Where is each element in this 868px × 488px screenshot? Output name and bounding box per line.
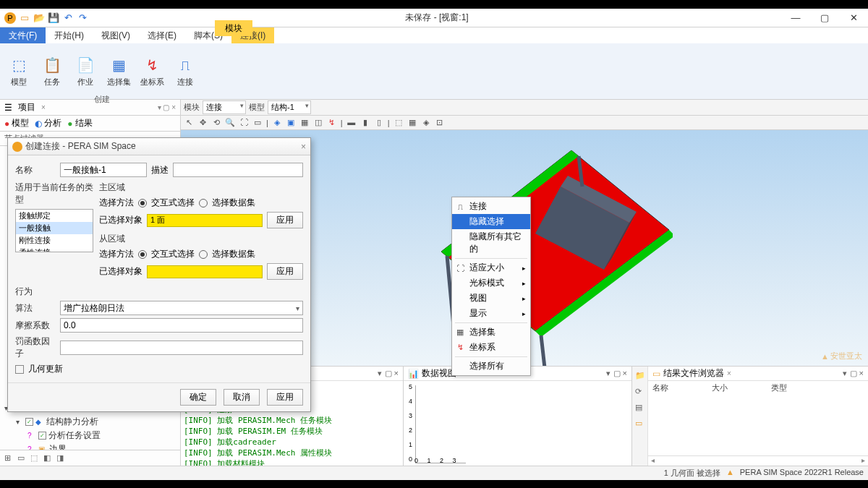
job-icon: 📄 — [75, 55, 95, 75]
vt-sel2-icon[interactable]: ▦ — [407, 118, 417, 128]
dialog-close-icon[interactable]: × — [301, 142, 306, 152]
vt-axis-icon[interactable]: ↯ — [327, 118, 337, 128]
ctx-fit[interactable]: ⛶适应大小 — [452, 260, 530, 275]
project-tab-close-icon[interactable]: × — [41, 103, 46, 111]
vt-sel1-icon[interactable]: ⬚ — [393, 118, 404, 128]
ctx-select-all[interactable]: 选择所有 — [452, 359, 530, 374]
minimize-button[interactable]: — — [781, 9, 810, 27]
vt-pan-icon[interactable]: ✥ — [197, 118, 208, 128]
coord-icon: ↯ — [142, 55, 162, 75]
module-combo[interactable]: 连接 — [203, 100, 246, 114]
algo-combo[interactable]: 增广拉格朗日法 — [60, 301, 303, 315]
ctx-fit-icon: ⛶ — [455, 264, 465, 273]
vt-front-icon[interactable]: ▣ — [286, 118, 296, 128]
tf-icon-1[interactable]: ⊞ — [4, 453, 14, 463]
vt-side-icon[interactable]: ◫ — [313, 118, 323, 128]
vt-fit-icon[interactable]: ⛶ — [239, 118, 249, 128]
subtab-model[interactable]: ●模型 — [4, 117, 29, 129]
vt-hidden-icon[interactable]: ▯ — [374, 118, 384, 128]
close-button[interactable]: ✕ — [839, 9, 868, 27]
vt-shade-icon[interactable]: ▮ — [360, 118, 370, 128]
ctx-display[interactable]: 显示 — [452, 306, 530, 321]
desc-input[interactable] — [173, 163, 303, 177]
dialog-logo-icon — [12, 142, 22, 152]
vt-top-icon[interactable]: ▦ — [299, 118, 310, 128]
rb-icon-1[interactable]: 📁 — [635, 371, 645, 381]
ctx-coord[interactable]: ↯坐标系 — [452, 340, 530, 355]
tf-icon-4[interactable]: ◧ — [43, 453, 54, 463]
apply-button[interactable]: 应用 — [267, 389, 303, 406]
ctx-hide-others[interactable]: 隐藏所有其它的 — [452, 229, 530, 257]
main-selected-field[interactable]: 1 面 — [147, 214, 263, 227]
dv-panel-controls[interactable]: ▾ ▢ × — [606, 369, 627, 378]
menu-start[interactable]: 开始(H) — [46, 27, 93, 43]
open-icon[interactable]: 📂 — [33, 12, 45, 24]
ribbon-task-button[interactable]: 📋 任务 — [38, 55, 67, 87]
rb-icon-2[interactable]: ⟳ — [635, 387, 645, 397]
ribbon: ⬚ 模型 📋 任务 📄 作业 ▦ 选择集 ↯ 坐标系 ⎍ 连接 — [0, 43, 868, 100]
type-listbox[interactable]: 接触绑定 一般接触 刚性连接 柔性连接 — [15, 209, 93, 252]
ribbon-job-button[interactable]: 📄 作业 — [71, 55, 100, 87]
vt-zoom-icon[interactable]: 🔍 — [225, 118, 235, 128]
ribbon-connect-button[interactable]: ⎍ 连接 — [171, 55, 200, 87]
ribbon-coord-button[interactable]: ↯ 坐标系 — [137, 55, 166, 87]
tf-icon-2[interactable]: ▭ — [17, 453, 27, 463]
subtab-analysis[interactable]: ◐分析 — [35, 117, 61, 129]
vt-cursor-icon[interactable]: ↖ — [184, 118, 194, 128]
menu-file[interactable]: 文件(F) — [0, 27, 46, 43]
ribbon-model-button[interactable]: ⬚ 模型 — [4, 55, 33, 87]
ctx-light[interactable]: 光标模式 — [452, 275, 530, 291]
module-context-tab[interactable]: 模块 — [215, 20, 252, 36]
sub-radio-dataset[interactable] — [199, 250, 208, 259]
panel-menu-icon[interactable]: ▾ ▢ × — [158, 103, 176, 111]
sub-radio-interactive[interactable] — [138, 250, 147, 259]
new-icon[interactable]: ▭ — [19, 12, 30, 24]
geom-update-checkbox[interactable] — [15, 365, 24, 374]
rb-icon-3[interactable]: ▤ — [635, 403, 645, 413]
rb-panel-controls[interactable]: ▾ ▢ × — [843, 369, 864, 378]
undo-icon[interactable]: ↶ — [62, 12, 74, 24]
titlebar: P ▭ 📂 💾 ↶ ↷ 未保存 - [视窗:1] — ▢ ✕ — [0, 9, 868, 27]
log-panel-controls[interactable]: ▾ ▢ × — [378, 369, 399, 378]
window-title: 未保存 - [视窗:1] — [93, 12, 781, 24]
menu-select[interactable]: 选择(E) — [139, 27, 185, 43]
dialog-titlebar[interactable]: 创建连接 - PERA SIM Space × — [8, 138, 310, 155]
penalty-input[interactable] — [60, 341, 303, 355]
vt-sel3-icon[interactable]: ◈ — [421, 118, 431, 128]
maximize-button[interactable]: ▢ — [810, 9, 839, 27]
main-apply-button[interactable]: 应用 — [267, 212, 303, 228]
context-menu: ⎍连接 隐藏选择 隐藏所有其它的 ⛶适应大小 光标模式 视图 显示 ▦选择集 ↯… — [451, 197, 531, 376]
friction-input[interactable] — [60, 318, 303, 333]
vt-box-icon[interactable]: ▭ — [252, 118, 263, 128]
ctx-connect[interactable]: ⎍连接 — [452, 199, 530, 214]
ctx-view[interactable]: 视图 — [452, 291, 530, 306]
menu-view[interactable]: 视图(V) — [93, 27, 139, 43]
main-radio-interactive[interactable] — [138, 199, 147, 207]
model-icon: ⬚ — [9, 55, 29, 75]
redo-icon[interactable]: ↷ — [77, 12, 88, 24]
model-combo[interactable]: 结构-1 — [268, 100, 311, 114]
viewport-toolbar-2: ↖ ✥ ⟲ 🔍 ⛶ ▭ | ◈ ▣ ▦ ◫ ↯ | ▬ ▮ ▯ | ⬚ ▦ ◈ — [181, 116, 868, 130]
status-brand: PERA SIM Space 2022R1 Release — [740, 468, 864, 479]
ctx-hide-selection[interactable]: 隐藏选择 — [452, 214, 530, 229]
project-tab[interactable]: 项目 — [18, 101, 35, 114]
sub-selected-field[interactable] — [147, 265, 263, 278]
sub-apply-button[interactable]: 应用 — [267, 263, 303, 280]
save-icon[interactable]: 💾 — [48, 12, 59, 24]
ctx-selset[interactable]: ▦选择集 — [452, 325, 530, 340]
ok-button[interactable]: 确定 — [180, 389, 216, 406]
vt-sel4-icon[interactable]: ⊡ — [435, 118, 445, 128]
subtab-result[interactable]: ●结果 — [67, 117, 92, 129]
project-tab-icon: ☰ — [4, 103, 12, 113]
vt-iso-icon[interactable]: ◈ — [272, 118, 282, 128]
vt-wire-icon[interactable]: ▬ — [346, 118, 357, 128]
vt-rotate-icon[interactable]: ⟲ — [211, 118, 221, 128]
main-radio-dataset[interactable] — [199, 199, 208, 207]
ribbon-selset-button[interactable]: ▦ 选择集 — [104, 55, 133, 87]
menubar: 文件(F) 开始(H) 视图(V) 选择(E) 脚本(S) 连接(I) 模块 — [0, 27, 868, 43]
name-input[interactable] — [60, 163, 147, 177]
cancel-button[interactable]: 取消 — [224, 389, 260, 406]
tf-icon-5[interactable]: ◨ — [56, 453, 67, 463]
tf-icon-3[interactable]: ⬚ — [30, 453, 41, 463]
rb-icon-4[interactable]: ▭ — [635, 419, 645, 429]
